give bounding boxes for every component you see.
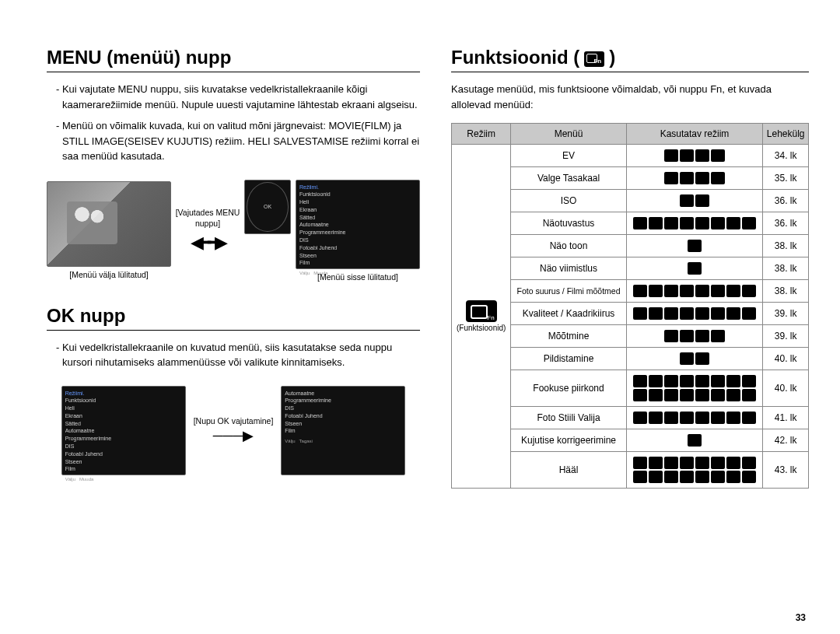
page-ref-cell: 38. lk bbox=[763, 235, 809, 257]
mode-icon bbox=[726, 375, 740, 387]
mode-icon bbox=[711, 172, 725, 184]
page-ref-cell: 36. lk bbox=[763, 212, 809, 235]
figure-ok-press: Režiimi. Funktsioonid Heli Ekraan Sätted… bbox=[47, 386, 420, 475]
usable-modes-cell bbox=[626, 257, 763, 280]
usable-modes-cell bbox=[626, 348, 763, 370]
mode-icon bbox=[726, 217, 740, 229]
mode-icon bbox=[649, 389, 663, 401]
mode-icon bbox=[695, 471, 709, 483]
mode-icon bbox=[649, 471, 663, 483]
mode-icon bbox=[680, 172, 694, 184]
mode-icon bbox=[711, 375, 725, 387]
mode-icon bbox=[695, 330, 709, 342]
usable-modes-cell bbox=[626, 303, 763, 325]
mode-icon bbox=[695, 307, 709, 320]
mode-icon bbox=[680, 412, 694, 424]
usable-modes-cell bbox=[626, 452, 763, 489]
usable-modes-cell bbox=[626, 280, 763, 303]
mode-icon bbox=[742, 412, 756, 424]
menu-cell: Näo viimistlus bbox=[511, 257, 626, 280]
usable-modes-cell bbox=[626, 325, 763, 348]
mode-icon bbox=[680, 285, 694, 297]
thumb-menu-off bbox=[47, 181, 171, 267]
th-mode: Režiim bbox=[452, 124, 511, 145]
page-number: 33 bbox=[796, 612, 806, 623]
mode-icon bbox=[664, 217, 678, 229]
mode-icon bbox=[711, 471, 725, 483]
mode-icon bbox=[680, 149, 694, 162]
mode-icon bbox=[726, 412, 740, 424]
page-ref-cell: 40. lk bbox=[763, 370, 809, 407]
mode-icon bbox=[695, 457, 709, 469]
mode-icon bbox=[711, 389, 725, 401]
menu-cell: Mõõtmine bbox=[511, 325, 626, 348]
mode-icon bbox=[711, 412, 725, 424]
mode-icon bbox=[680, 389, 694, 401]
mode-icon bbox=[649, 307, 663, 320]
mode-icon bbox=[633, 285, 647, 297]
menu-cell: Kujutise korrigeerimine bbox=[511, 429, 626, 452]
section-title-functions: Funktsioonid ( Fn ) bbox=[451, 47, 809, 72]
mode-icon bbox=[680, 307, 694, 320]
thumb-ok-after: Automaatne Programmeerimine DIS Fotoabi … bbox=[281, 386, 405, 475]
mode-icon bbox=[726, 285, 740, 297]
figure-menu-toggle: [Menüü välja lülitatud] [Vajutades MENU … bbox=[47, 180, 420, 282]
usable-modes-cell bbox=[626, 370, 763, 407]
mode-icon bbox=[742, 285, 756, 297]
mode-icon bbox=[649, 285, 663, 297]
usable-modes-cell bbox=[626, 407, 763, 429]
mode-icon bbox=[680, 471, 694, 483]
mode-icon bbox=[726, 457, 740, 469]
arrow-bidirectional-icon: ◀━━▶ bbox=[191, 233, 225, 253]
mode-cell: (Funktsioonid) bbox=[452, 145, 511, 489]
menu-cell: Foto suurus / Filmi mõõtmed bbox=[511, 280, 626, 303]
thumb-ok-before: Režiimi. Funktsioonid Heli Ekraan Sätted… bbox=[61, 386, 186, 475]
mode-icon bbox=[633, 307, 647, 320]
mode-icon bbox=[664, 330, 678, 342]
mode-icon bbox=[688, 240, 702, 252]
page-ref-cell: 40. lk bbox=[763, 348, 809, 370]
mode-icon bbox=[664, 412, 678, 424]
mode-icon bbox=[633, 389, 647, 401]
mode-icon bbox=[633, 217, 647, 229]
mode-icon bbox=[680, 194, 694, 207]
mode-icon bbox=[695, 352, 709, 365]
mode-icon bbox=[664, 457, 678, 469]
mode-icon bbox=[742, 389, 756, 401]
mode-icon bbox=[695, 172, 709, 184]
menu-cell: Näotuvastus bbox=[511, 212, 626, 235]
page-ref-cell: 38. lk bbox=[763, 280, 809, 303]
page-ref-cell: 39. lk bbox=[763, 325, 809, 348]
mode-icon bbox=[680, 457, 694, 469]
mode-icon bbox=[742, 217, 756, 229]
mode-icon bbox=[695, 389, 709, 401]
mode-icon bbox=[649, 457, 663, 469]
menu-cell: Kvaliteet / Kaadrikiirus bbox=[511, 303, 626, 325]
mode-icon bbox=[742, 307, 756, 320]
table-row: (Funktsioonid)EV34. lk bbox=[452, 145, 809, 167]
camera-fn-icon bbox=[466, 300, 497, 322]
mode-icon bbox=[649, 375, 663, 387]
mode-icon bbox=[742, 375, 756, 387]
caption-menu-off: [Menüü välja lülitatud] bbox=[69, 270, 149, 279]
section-title-ok: OK nupp bbox=[47, 305, 420, 331]
mode-icon bbox=[633, 375, 647, 387]
page-ref-cell: 35. lk bbox=[763, 167, 809, 190]
mode-icon bbox=[649, 412, 663, 424]
mode-icon bbox=[649, 217, 663, 229]
menu-cell: Valge Tasakaal bbox=[511, 167, 626, 190]
menu-cell: Pildistamine bbox=[511, 348, 626, 370]
mode-icon bbox=[680, 352, 694, 365]
mode-icon bbox=[711, 330, 725, 342]
menu-cell: Näo toon bbox=[511, 235, 626, 257]
usable-modes-cell bbox=[626, 167, 763, 190]
text-functions-intro: Kasutage menüüd, mis funktsioone võimald… bbox=[451, 82, 809, 112]
thumb-menu-on: Režiimi. Funktsioonid Heli Ekraan Sätted… bbox=[296, 180, 420, 269]
functions-table: Režiim Menüü Kasutatav režiim Lehekülg (… bbox=[451, 123, 809, 489]
mode-icon bbox=[742, 471, 756, 483]
mode-icon bbox=[664, 389, 678, 401]
mode-icon bbox=[664, 471, 678, 483]
mode-icon bbox=[695, 285, 709, 297]
mode-icon bbox=[742, 457, 756, 469]
mode-icon bbox=[633, 471, 647, 483]
